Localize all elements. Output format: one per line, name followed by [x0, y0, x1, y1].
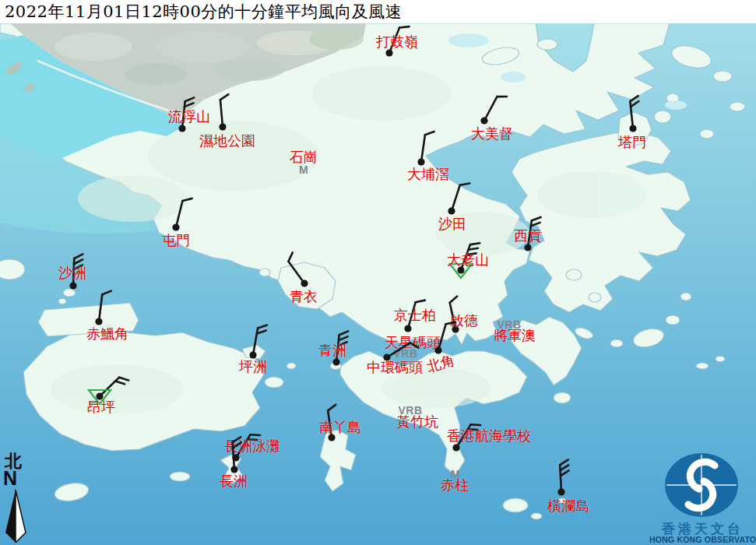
- wind-barb-tuen-mun-icon: [137, 188, 215, 266]
- station-green-island-label: 青洲: [318, 343, 346, 357]
- station-peng-chau-label: 坪洲: [239, 360, 267, 374]
- station-tuen-mun-label: 屯門: [162, 234, 190, 248]
- wind-barb-lamma-island-icon: [293, 399, 371, 476]
- station-shek-kong-label: 石崗: [290, 150, 318, 164]
- station-lamma-island-label: 南丫島: [319, 420, 361, 434]
- wind-barb-cheung-chau-icon: [195, 431, 273, 508]
- wind-barb-green-island-icon: [297, 323, 375, 401]
- hko-logo-english: HONG KONG OBSERVATORY: [649, 536, 756, 545]
- station-stanley-label: 赤柱: [441, 478, 469, 492]
- hko-logo-icon: [649, 452, 756, 520]
- stations-layer: 打鼓嶺流浮山濕地公園M石崗大美督塔門大埔滘沙田西貢大老山屯門沙洲赤鱲角青衣京士柏…: [0, 0, 756, 545]
- station-dot: [629, 125, 636, 132]
- station-dot: [448, 207, 455, 214]
- station-dot: [434, 346, 441, 353]
- station-dot: [95, 318, 102, 325]
- station-dot: [301, 280, 308, 287]
- hko-logo: 香港天文台 HONG KONG OBSERVATORY: [649, 452, 756, 545]
- station-wetland-park-label: 濕地公園: [199, 134, 255, 148]
- station-tai-mei-tuk-label: 大美督: [471, 127, 513, 141]
- wind-barb-peng-chau-icon: [214, 316, 292, 394]
- wind-barb-ngong-ping-icon: [61, 357, 139, 435]
- wind-barb-waglan-island-icon: [522, 453, 600, 531]
- wind-barb-north-point-icon: [399, 311, 477, 389]
- station-dot: [385, 49, 392, 56]
- station-ta-kwu-ling-label: 打鼓嶺: [376, 35, 418, 49]
- station-ngong-ping-label: 昂坪: [87, 400, 115, 414]
- station-dot: [417, 158, 424, 165]
- station-dot: [524, 244, 531, 251]
- station-tseung-kwan-o-label: 將軍澳: [494, 329, 536, 343]
- wind-barb-sai-kung-icon: [489, 209, 567, 287]
- station-sai-kung-label: 西貢: [514, 229, 542, 243]
- station-hk-sea-school-label: 香港航海學校: [447, 429, 531, 443]
- hko-logo-chinese: 香港天文台: [649, 522, 756, 536]
- station-dot: [219, 123, 226, 130]
- station-tsing-yi-label: 青衣: [290, 290, 318, 304]
- title-bar: 2022年11月01日12時00分的十分鐘平均風向及風速: [0, 0, 756, 23]
- wind-barb-chek-lap-kok-icon: [60, 283, 138, 360]
- station-shek-kong-m-flag: M: [299, 164, 308, 175]
- station-tates-cairn-label: 大老山: [447, 253, 489, 267]
- wind-barb-tsing-yi-icon: [265, 244, 343, 322]
- north-compass: 北 N: [2, 452, 33, 543]
- compass-north-letter: N: [3, 469, 33, 488]
- station-dot: [557, 488, 564, 495]
- wind-barb-ta-kwu-ling-icon: [350, 14, 428, 92]
- station-dot: [452, 444, 459, 451]
- station-chek-lap-kok-label: 赤鱲角: [86, 327, 128, 341]
- map-title: 2022年11月01日12時00分的十分鐘平均風向及風速: [0, 1, 402, 23]
- weather-map-frame: 打鼓嶺流浮山濕地公園M石崗大美督塔門大埔滘沙田西貢大老山屯門沙洲赤鱲角青衣京士柏…: [0, 0, 756, 545]
- station-sha-tin-label: 沙田: [438, 217, 466, 231]
- station-cheung-chau-label: 長洲: [220, 474, 248, 488]
- wind-barb-wetland-park-icon: [184, 88, 262, 166]
- station-dot: [332, 358, 339, 365]
- wind-barb-tap-mun-icon: [594, 90, 672, 167]
- station-tap-mun-label: 塔門: [618, 135, 646, 149]
- station-waglan-island-label: 橫瀾島: [547, 499, 589, 513]
- station-dot: [480, 117, 487, 124]
- station-sha-chau-label: 沙洲: [58, 266, 86, 280]
- compass-needle-icon: [2, 488, 30, 543]
- station-dot: [172, 223, 179, 230]
